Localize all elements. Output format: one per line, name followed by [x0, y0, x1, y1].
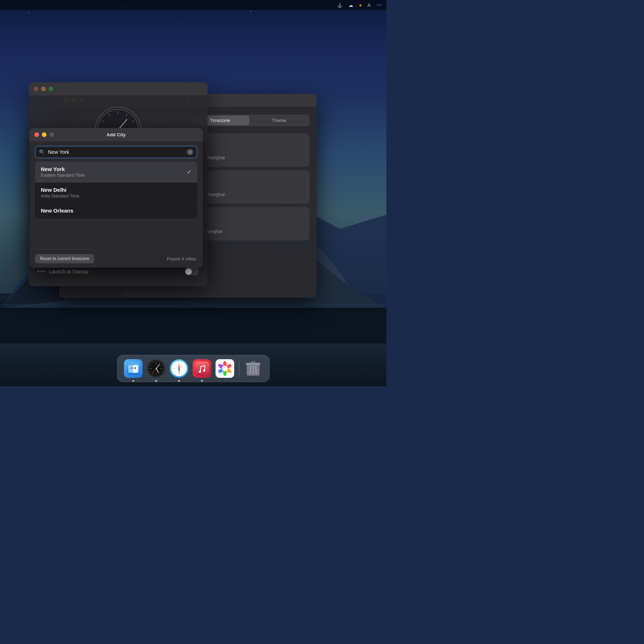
popup-title: Add City	[107, 132, 126, 137]
dock-dot-clock	[155, 380, 157, 382]
dock-dot-finder	[132, 380, 134, 382]
result-timezone-2: India Standard Time	[41, 194, 79, 199]
svg-text:9: 9	[151, 368, 152, 370]
dock-dot-music	[201, 380, 203, 382]
photos-icon	[216, 359, 234, 378]
finder-icon	[124, 359, 143, 378]
svg-text:6: 6	[156, 373, 157, 375]
result-city-info: New York Eastern Standard Time	[41, 166, 85, 178]
ship-wheel-icon[interactable]: ⚓	[337, 3, 343, 8]
launch-startup-label: Launch at Startup	[49, 269, 89, 274]
safari-icon	[170, 359, 189, 378]
result-city-name-3: New Orleans	[41, 208, 73, 214]
search-bar: 🔍 ✕	[35, 146, 197, 158]
dock-item-photos[interactable]	[215, 358, 235, 379]
result-city-name-2: New Delhi	[41, 187, 79, 193]
list-item[interactable]: New York Eastern Standard Time ✓	[35, 162, 197, 182]
result-city-name: New York	[41, 166, 85, 172]
dock-item-safari[interactable]	[169, 358, 190, 379]
dock-divider	[239, 361, 239, 377]
svg-text:12: 12	[155, 363, 157, 365]
svg-point-144	[179, 368, 180, 369]
add-city-popup: Add City 🔍 ✕ New York Eastern Standard T…	[29, 128, 203, 268]
svg-text:3: 3	[161, 368, 162, 370]
popup-maximize-button[interactable]	[49, 132, 54, 137]
svg-rect-145	[195, 361, 209, 376]
reset-timezone-button[interactable]: Reset to current timezone	[35, 254, 94, 263]
menubar: ⚓ ☁ ● A	[0, 0, 386, 10]
list-item[interactable]: New Delhi India Standard Time	[35, 182, 197, 203]
svg-rect-7	[0, 304, 386, 306]
dock-item-clock[interactable]: 12 3 6 9	[146, 358, 167, 379]
circle-orange-icon[interactable]: ●	[359, 3, 362, 8]
window-close-bg[interactable]	[34, 87, 38, 91]
result-timezone: Eastern Standard Time	[41, 173, 85, 178]
bg-panel-titlebar	[29, 82, 208, 96]
svg-rect-8	[72, 306, 179, 307]
found-count-text: Found 4 cities.	[167, 256, 197, 262]
music-icon	[193, 359, 211, 378]
window-min-bg[interactable]	[41, 87, 46, 91]
search-clear-button[interactable]: ✕	[187, 149, 193, 155]
dock-item-trash[interactable]	[243, 358, 264, 379]
popup-minimize-button[interactable]	[42, 132, 47, 137]
letter-a-icon[interactable]: A	[367, 3, 371, 8]
list-item[interactable]: New Orleans	[35, 203, 197, 219]
search-icon: 🔍	[39, 149, 45, 155]
result-city-info-2: New Delhi India Standard Time	[41, 187, 79, 199]
toggle-knob	[185, 268, 192, 275]
svg-point-147	[203, 370, 205, 372]
launch-startup-row: ••• Launch at Startup	[37, 268, 199, 275]
svg-point-146	[199, 371, 201, 373]
svg-rect-158	[251, 361, 255, 363]
svg-point-113	[131, 367, 132, 369]
dock-item-music[interactable]	[192, 358, 213, 379]
svg-point-114	[135, 367, 136, 369]
clock-dock-icon: 12 3 6 9	[147, 359, 166, 378]
window-max-bg[interactable]	[49, 87, 53, 91]
cloud-icon[interactable]: ☁	[348, 3, 353, 8]
trash-icon	[244, 359, 263, 378]
popup-titlebar: Add City	[29, 128, 203, 142]
svg-rect-9	[215, 307, 304, 308]
dock-dot-safari	[178, 380, 180, 382]
launch-startup-toggle[interactable]	[185, 268, 199, 275]
menubar-time-block	[376, 4, 382, 6]
popup-footer: Reset to current timezone Found 4 cities…	[29, 249, 203, 268]
svg-point-135	[156, 368, 157, 369]
tab-theme[interactable]: Theme	[250, 116, 308, 125]
dock: 12 3 6 9	[117, 355, 270, 382]
popup-close-button[interactable]	[34, 132, 39, 137]
svg-point-155	[222, 366, 228, 371]
result-city-info-3: New Orleans	[41, 208, 73, 214]
search-input[interactable]	[48, 149, 184, 155]
popup-body: 🔍 ✕ New York Eastern Standard Time ✓ New…	[29, 142, 203, 223]
three-dots-icon: •••	[37, 268, 46, 275]
checkmark-icon: ✓	[187, 169, 191, 175]
dock-item-finder[interactable]	[123, 358, 144, 379]
search-results-list: New York Eastern Standard Time ✓ New Del…	[35, 162, 197, 219]
